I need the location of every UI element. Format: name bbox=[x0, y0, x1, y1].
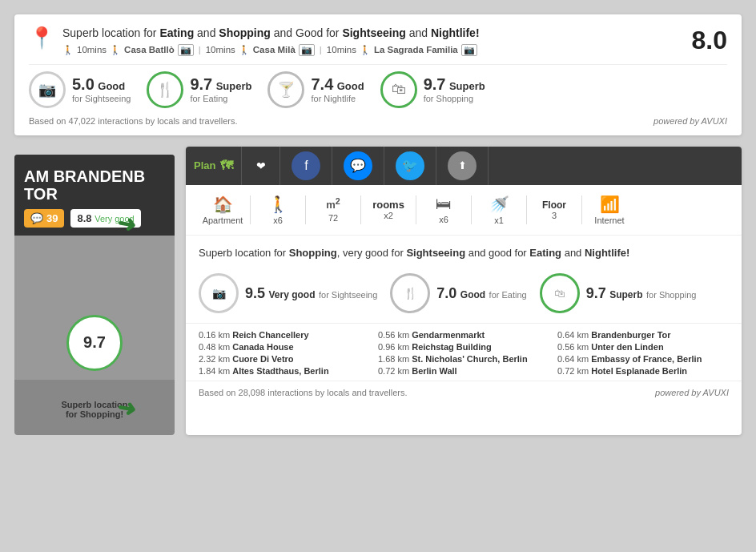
review-count: 39 bbox=[46, 212, 58, 224]
prop-eating-sub: for Eating bbox=[489, 290, 527, 300]
prop-shopping-sub: for Shopping bbox=[646, 290, 696, 300]
persons-icon: 🚶 bbox=[268, 195, 288, 214]
share-icon: ⬆ bbox=[448, 151, 477, 180]
prop-eating-text: 7.0 Good for Eating bbox=[436, 285, 526, 302]
landmark-name-2: Casa Milà bbox=[253, 45, 296, 54]
plan-label: Plan bbox=[194, 159, 215, 171]
prop-score-sightseeing: 📷 9.5 Very good for Sightseeing bbox=[199, 273, 377, 313]
hotel-card: AM BRANDENB TOR 💬 39 8.8 Very good 9.7 S… bbox=[14, 155, 175, 435]
nightlife-num: 7.4 bbox=[311, 75, 333, 93]
hotel-score-box: 9.7 bbox=[66, 315, 123, 371]
sightseeing-score-text: 5.0 Good for Sightseeing bbox=[72, 75, 131, 103]
property-description: Superb location for Shopping, very good … bbox=[186, 236, 742, 268]
nightlife-score-text: 7.4 Good for Nightlife bbox=[311, 75, 364, 103]
top-card-text: Superb location for Eating and Shopping … bbox=[62, 26, 480, 56]
landmark-item-3: 2.32 km Cuore Di Vetro bbox=[199, 354, 370, 364]
landmark-time-1: 10mins bbox=[77, 45, 107, 54]
twitter-icon: 🐦 bbox=[396, 151, 424, 180]
score-item-eating: 🍴 9.7 Superb for Eating bbox=[147, 71, 251, 108]
landmark-item-2: 0.48 km Canada House bbox=[199, 342, 370, 352]
floor-num: 3 bbox=[552, 211, 557, 220]
landmark-item-12: 0.72 km Hotel Esplanade Berlin bbox=[557, 366, 729, 376]
shopping-sub: for Shopping bbox=[424, 94, 485, 103]
share-button[interactable]: ⬆ bbox=[436, 147, 489, 185]
landmark-item-1: 0.16 km Reich Chancellery bbox=[199, 330, 370, 340]
eating-icon: 🍴 bbox=[156, 81, 174, 99]
landmark-name-3: La Sagrada Familia bbox=[374, 45, 458, 54]
hotel-card-rating: 💬 39 8.8 Very good bbox=[24, 209, 165, 228]
walk-icon-1b: 🚶 bbox=[110, 45, 121, 55]
shopping-score-text: 9.7 Superb for Shopping bbox=[424, 75, 485, 103]
prop-eating-label: Good bbox=[460, 289, 485, 300]
prop-shopping-circle: 🛍 bbox=[540, 273, 580, 313]
prop-sightseeing-text: 9.5 Very good for Sightseeing bbox=[245, 285, 377, 302]
eating-num: 9.7 bbox=[190, 75, 212, 93]
landmark-item-8: 0.72 km Berlin Wall bbox=[378, 366, 549, 376]
favorite-button[interactable]: ❤ bbox=[242, 147, 280, 185]
internet-label: Internet bbox=[594, 216, 624, 225]
feature-sep-2 bbox=[305, 195, 306, 224]
prop-score-eating: 🍴 7.0 Good for Eating bbox=[390, 273, 526, 313]
feature-sep-3 bbox=[360, 195, 361, 224]
rooms-label: rooms bbox=[372, 199, 404, 211]
landmark-item-9: 0.64 km Brandenburger Tor bbox=[557, 330, 729, 340]
review-badge: 💬 39 bbox=[24, 209, 64, 228]
floor-label: Floor bbox=[542, 199, 566, 211]
hotel-score-text: Superb locationfor Shopping! bbox=[14, 400, 175, 419]
score-item-nightlife: 🍸 7.4 Good for Nightlife bbox=[267, 71, 364, 108]
messenger-button[interactable]: 💬 bbox=[332, 147, 384, 185]
prop-shopping-icon: 🛍 bbox=[554, 287, 565, 300]
location-pin-icon: 📍 bbox=[29, 27, 54, 48]
right-footer-left: Based on 28,098 interactions by locals a… bbox=[199, 388, 408, 397]
landmark-item-5: 0.56 km Gendarmenmarkt bbox=[378, 330, 549, 340]
right-panel: Plan 🗺 ❤ f 💬 🐦 ⬆ 🏠 Apartment bbox=[186, 147, 742, 435]
eating-circle: 🍴 bbox=[147, 71, 183, 108]
feature-beds: 🛏 x6 bbox=[420, 195, 468, 224]
facebook-button[interactable]: f bbox=[280, 147, 332, 185]
rating-value: 8.8 bbox=[77, 212, 91, 224]
landmark-time-2: 10mins bbox=[206, 45, 235, 54]
feature-rooms: rooms x2 bbox=[364, 199, 412, 220]
top-card-scores: 📷 5.0 Good for Sightseeing 🍴 9.7 Superb … bbox=[29, 64, 727, 108]
score-item-sightseeing: 📷 5.0 Good for Sightseeing bbox=[29, 71, 131, 108]
eating-score-text: 9.7 Superb for Eating bbox=[190, 75, 251, 103]
wifi-icon: 📶 bbox=[600, 195, 620, 214]
hotel-score-num: 9.7 bbox=[83, 333, 106, 352]
feature-sep-7 bbox=[581, 195, 582, 224]
bath-icon: 🚿 bbox=[489, 195, 509, 214]
feature-persons: 🚶 x6 bbox=[254, 195, 302, 225]
top-footer-left: Based on 47,022 interactions by locals a… bbox=[29, 116, 238, 126]
landmark-item-4: 1.84 km Altes Stadthaus, Berlin bbox=[199, 366, 370, 376]
camera-icon-1: 📷 bbox=[178, 44, 194, 56]
apartment-label: Apartment bbox=[203, 216, 243, 225]
prop-eating-circle: 🍴 bbox=[390, 273, 430, 313]
landmarks-list: 0.16 km Reich Chancellery 0.56 km Gendar… bbox=[186, 323, 742, 381]
plan-button[interactable]: Plan 🗺 bbox=[186, 147, 242, 185]
apartment-icon: 🏠 bbox=[213, 195, 233, 214]
eating-label: Superb bbox=[216, 80, 252, 92]
sep-2: | bbox=[320, 45, 322, 54]
walk-icon-1: 🚶 bbox=[62, 45, 74, 55]
walk-icon-2: 🚶 bbox=[239, 45, 250, 55]
speech-bubble-icon: 💬 bbox=[30, 212, 43, 224]
top-powered-by: powered by AVUXI bbox=[653, 116, 727, 126]
prop-sightseeing-icon: 📷 bbox=[212, 287, 226, 300]
prop-sightseeing-num: 9.5 bbox=[245, 285, 265, 301]
bath-label: x1 bbox=[494, 216, 504, 225]
top-card-left: 📍 Superb location for Eating and Shoppin… bbox=[29, 26, 480, 56]
landmark-item-10: 0.56 km Unter den Linden bbox=[557, 342, 729, 352]
facebook-icon: f bbox=[292, 151, 320, 180]
sightseeing-num: 5.0 bbox=[72, 75, 94, 93]
sep-1: | bbox=[199, 45, 201, 54]
feature-internet: 📶 Internet bbox=[585, 195, 633, 225]
shopping-label: Superb bbox=[449, 80, 485, 92]
feature-bath: 🚿 x1 bbox=[475, 195, 523, 225]
landmark-item-7: 1.68 km St. Nicholas' Church, Berlin bbox=[378, 354, 549, 364]
property-scores: 📷 9.5 Very good for Sightseeing 🍴 7.0 Go… bbox=[186, 267, 742, 323]
prop-shopping-label: Superb bbox=[609, 289, 642, 300]
camera-icon-2: 📷 bbox=[299, 44, 315, 56]
sightseeing-label: Good bbox=[98, 80, 125, 92]
nightlife-sub: for Nightlife bbox=[311, 94, 364, 103]
twitter-button[interactable]: 🐦 bbox=[384, 147, 436, 185]
nightlife-label: Good bbox=[337, 80, 364, 92]
